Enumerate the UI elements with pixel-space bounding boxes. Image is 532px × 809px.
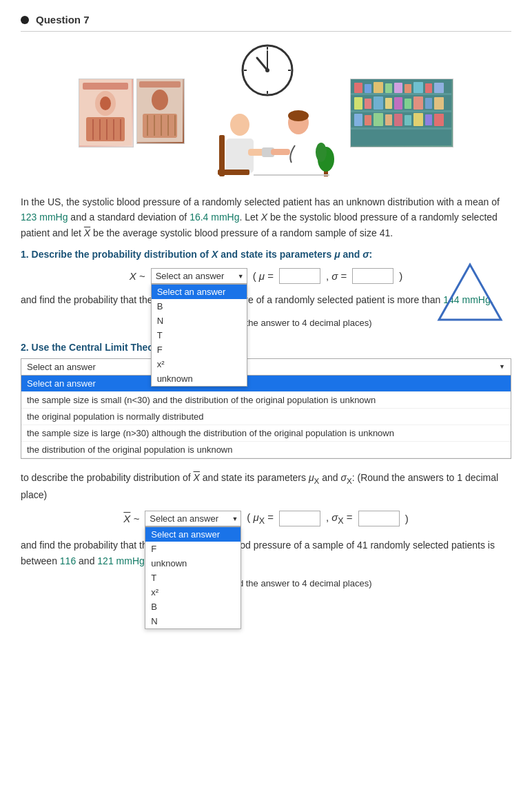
clt-option-2[interactable]: the original population is normally dist…	[21, 409, 511, 425]
x-variable: X ~	[130, 270, 145, 282]
section2-label: 2. Use the Central Limit Theorem	[21, 342, 511, 353]
svg-point-27	[230, 114, 249, 136]
clt-option-4[interactable]: the distribution of the original populat…	[21, 442, 511, 458]
svg-rect-50	[405, 84, 411, 93]
svg-rect-66	[385, 114, 392, 125]
sigma-x-label: , σX =	[326, 511, 353, 526]
distribution-select-display-2[interactable]: Select an answer	[145, 511, 241, 526]
svg-rect-11	[139, 81, 181, 88]
dropdown-option-unknown[interactable]: unknown	[152, 371, 247, 386]
svg-point-39	[316, 143, 327, 162]
dropdown-option-N[interactable]: N	[152, 314, 247, 328]
answer-row-2: (Round the answer to 4 decimal places)	[21, 575, 511, 591]
section2-formula-row: X ~ Select an answer Select an answer F …	[21, 511, 511, 526]
pharmacy-shelf	[350, 79, 453, 147]
svg-point-12	[152, 90, 168, 110]
section2: 2. Use the Central Limit Theorem Select …	[21, 342, 511, 459]
mu-x-input[interactable]	[279, 511, 320, 526]
doctor-illustration	[198, 101, 336, 183]
svg-marker-72	[439, 265, 501, 320]
svg-rect-53	[434, 83, 444, 93]
svg-rect-68	[405, 115, 411, 125]
section1-label: 1. Describe the probability distribution…	[21, 249, 511, 260]
dropdown-option-chi2[interactable]: x²	[152, 357, 247, 371]
distribution-dropdown-list-2[interactable]: Select an answer F unknown T x² B N	[145, 526, 241, 629]
question-header: Question 7	[21, 14, 511, 32]
svg-rect-59	[405, 99, 411, 109]
svg-rect-46	[365, 84, 371, 93]
question-title: Question 7	[36, 14, 90, 25]
svg-rect-49	[394, 83, 402, 93]
clt-option-1[interactable]: the sample size is small (n<30) and the …	[21, 392, 511, 409]
describe-text: to describe the probability distribution…	[21, 470, 511, 503]
svg-point-32	[288, 110, 309, 121]
images-row	[21, 43, 511, 183]
svg-rect-34	[271, 149, 290, 155]
svg-rect-61	[425, 98, 432, 109]
svg-rect-65	[374, 113, 383, 126]
dropdown2-option-N[interactable]: N	[145, 614, 241, 628]
dropdown2-option-B[interactable]: B	[145, 600, 241, 614]
dropdown-option-F[interactable]: F	[152, 342, 247, 357]
svg-rect-56	[374, 96, 383, 110]
svg-rect-36	[218, 170, 249, 175]
distribution-dropdown-list-1[interactable]: Select an answer B N T F x² unknown	[151, 284, 247, 387]
svg-rect-48	[385, 83, 392, 93]
dropdown-option-B[interactable]: B	[152, 299, 247, 314]
svg-rect-44	[351, 127, 451, 130]
svg-rect-45	[354, 83, 362, 93]
mu-label: ( μ =	[253, 270, 274, 282]
svg-rect-60	[413, 96, 423, 110]
clt-dropdown-header[interactable]: Select an answer	[21, 359, 511, 376]
dropdown2-option-chi2[interactable]: x²	[145, 585, 241, 600]
dropdown-option-T[interactable]: T	[152, 328, 247, 342]
dropdown2-option-F[interactable]: F	[145, 542, 241, 556]
dropdown2-option-T[interactable]: T	[145, 571, 241, 585]
svg-rect-52	[425, 83, 432, 93]
svg-rect-55	[365, 99, 371, 109]
x-bar-variable: X ~	[123, 513, 139, 524]
anatomy-poster-1	[79, 79, 134, 147]
dropdown2-option-unknown[interactable]: unknown	[145, 556, 241, 571]
clt-dropdown[interactable]: Select an answer Select an answer the sa…	[21, 358, 511, 459]
distribution-dropdown-2[interactable]: Select an answer Select an answer F unkn…	[145, 511, 241, 526]
distribution-select-display[interactable]: Select an answer	[151, 268, 247, 284]
mu-input[interactable]	[279, 268, 320, 284]
dropdown-option-select-answer[interactable]: Select an answer	[152, 285, 247, 299]
svg-rect-42	[351, 93, 451, 95]
svg-rect-62	[434, 97, 444, 110]
svg-rect-1	[83, 83, 128, 90]
mu-x-label: ( μX =	[247, 511, 274, 526]
svg-rect-33	[285, 136, 316, 174]
svg-point-3	[100, 96, 111, 110]
question-dot	[21, 16, 29, 24]
svg-rect-51	[413, 82, 423, 93]
dropdown2-option-0[interactable]: Select an answer	[145, 527, 241, 542]
sigma-input[interactable]	[352, 268, 393, 284]
svg-rect-64	[365, 115, 371, 125]
svg-rect-43	[351, 110, 451, 112]
svg-rect-54	[354, 97, 362, 110]
svg-rect-70	[425, 114, 432, 125]
distribution-dropdown-1[interactable]: Select an answer Select an answer B N T …	[151, 268, 247, 284]
triangle-icon	[436, 261, 504, 323]
intro-paragraph: In the US, the systolic blood pressure o…	[21, 194, 511, 240]
svg-rect-4	[86, 117, 125, 141]
svg-rect-69	[413, 113, 423, 126]
svg-rect-28	[226, 139, 254, 173]
sigma-x-input[interactable]	[358, 511, 400, 526]
svg-rect-57	[385, 98, 392, 109]
closing-paren: )	[399, 270, 402, 282]
closing-paren-2: )	[405, 513, 409, 524]
clt-option-3[interactable]: the sample size is large (n>30) although…	[21, 425, 511, 442]
sigma-label: , σ =	[326, 270, 347, 282]
final-prob-text: and find the probability that the averag…	[21, 537, 511, 569]
clt-option-0[interactable]: Select an answer	[21, 376, 511, 392]
anatomy-poster-2	[136, 79, 185, 144]
svg-rect-71	[434, 114, 444, 126]
svg-rect-47	[374, 82, 383, 93]
svg-rect-67	[394, 114, 402, 126]
svg-rect-58	[394, 97, 402, 110]
clock-icon	[240, 43, 295, 98]
svg-rect-63	[354, 114, 362, 126]
